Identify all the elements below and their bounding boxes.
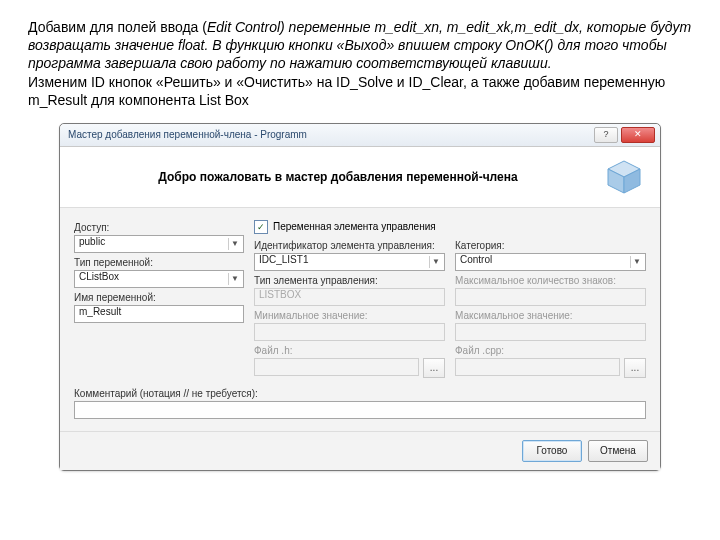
wizard-header-text: Добро пожаловать в мастер добавления пер…: [74, 170, 602, 184]
wizard-body: Доступ: public ▼ Тип переменной: CListBo…: [60, 208, 660, 431]
label-minval: Минимальное значение:: [254, 310, 445, 321]
description-paragraph: Добавим для полей ввода (Edit Control) п…: [28, 18, 692, 109]
finish-button[interactable]: Готово: [522, 440, 582, 462]
fileh-browse-button[interactable]: ...: [423, 358, 445, 378]
cancel-button[interactable]: Отмена: [588, 440, 648, 462]
label-filecpp: Файл .cpp:: [455, 345, 646, 356]
label-varname: Имя переменной:: [74, 292, 244, 303]
label-access: Доступ:: [74, 222, 244, 233]
maxval-input: [455, 323, 646, 341]
label-vartype: Тип переменной:: [74, 257, 244, 268]
ctrlvar-checkbox[interactable]: ✓: [254, 220, 268, 234]
para-text-2: Изменим ID кнопок «Решить» и «Очистить» …: [28, 74, 665, 108]
wizard-footer: Готово Отмена: [60, 431, 660, 470]
access-select[interactable]: public: [74, 235, 244, 253]
label-maxchars: Максимальное количество знаков:: [455, 275, 646, 286]
category-select[interactable]: Control: [455, 253, 646, 271]
varname-input[interactable]: m_Result: [74, 305, 244, 323]
cube-icon: [602, 157, 646, 197]
label-ctrlid: Идентификатор элемента управления:: [254, 240, 445, 251]
fileh-input: [254, 358, 419, 376]
label-maxval: Максимальное значение:: [455, 310, 646, 321]
ctrlid-select[interactable]: IDC_LIST1: [254, 253, 445, 271]
label-ctrltype: Тип элемента управления:: [254, 275, 445, 286]
wizard-header: Добро пожаловать в мастер добавления пер…: [60, 147, 660, 208]
filecpp-input: [455, 358, 620, 376]
help-button[interactable]: ?: [594, 127, 618, 143]
para-text-1a: Добавим для полей ввода (: [28, 19, 207, 35]
label-comment: Комментарий (нотация // не требуется):: [74, 388, 646, 399]
filecpp-browse-button[interactable]: ...: [624, 358, 646, 378]
ctrltype-display: LISTBOX: [254, 288, 445, 306]
label-fileh: Файл .h:: [254, 345, 445, 356]
titlebar: Мастер добавления переменной-члена - Pro…: [60, 124, 660, 147]
close-button[interactable]: ✕: [621, 127, 655, 143]
vartype-select[interactable]: CListBox: [74, 270, 244, 288]
minval-input: [254, 323, 445, 341]
window-title: Мастер добавления переменной-члена - Pro…: [68, 129, 594, 140]
label-ctrlvar: Переменная элемента управления: [273, 221, 436, 232]
maxchars-input: [455, 288, 646, 306]
label-category: Категория:: [455, 240, 646, 251]
comment-input[interactable]: [74, 401, 646, 419]
wizard-window: Мастер добавления переменной-члена - Pro…: [59, 123, 661, 471]
